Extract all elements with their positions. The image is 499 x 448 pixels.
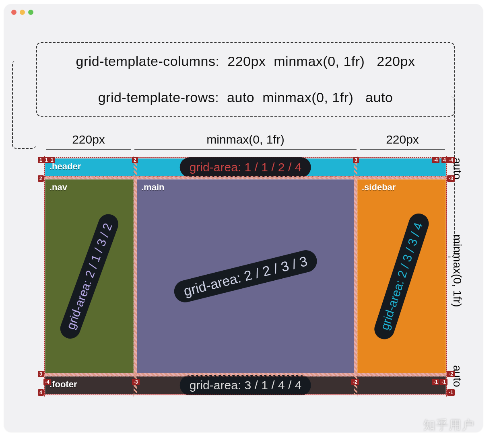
row-line-2: 2: [38, 175, 44, 182]
row-line-r3: -2: [447, 371, 455, 377]
area-label: .footer: [49, 379, 77, 389]
grid-area-pill-main: grid-area: 2 / 2 / 3 / 3: [172, 248, 319, 304]
col-line-1b: 1: [49, 157, 55, 163]
row-line-r1: -4: [447, 157, 455, 163]
area-label: .nav: [49, 182, 67, 192]
col-line-b4: -1: [432, 379, 439, 385]
zoom-icon[interactable]: [28, 10, 33, 15]
row-label-column: auto minmax(0, 1fr) auto: [447, 158, 464, 384]
row-label-2: minmax(0, 1fr): [447, 176, 464, 365]
grid-area-nav: .nav grid-area: 2 / 1 / 3 / 2: [45, 179, 134, 373]
grid-template-declaration: grid-template-columns: 220px minmax(0, 1…: [36, 42, 455, 117]
col-line-3: 3: [353, 157, 359, 163]
col-line-1: 1: [43, 157, 49, 163]
col-label-1: 220px: [44, 133, 133, 146]
minimize-icon[interactable]: [20, 10, 25, 15]
col-line-b1: -4: [43, 379, 51, 385]
app-window: grid-template-columns: 220px minmax(0, 1…: [4, 4, 483, 432]
column-label-row: 220px minmax(0, 1fr) 220px: [44, 133, 447, 146]
grid-area-pill-sidebar: grid-area: 2 / 3 / 3 / 4: [372, 211, 431, 342]
window-titlebar: [4, 4, 483, 20]
grid-area-sidebar: .sidebar grid-area: 2 / 3 / 3 / 4: [357, 179, 446, 373]
grid-template-rows-text: grid-template-rows: auto minmax(0, 1fr) …: [98, 90, 393, 105]
col-line-b3: -2: [351, 379, 359, 385]
grid-area-pill-footer: grid-area: 3 / 1 / 4 / 4: [180, 375, 311, 395]
row-line-3: 3: [38, 371, 44, 377]
area-label: .main: [141, 182, 164, 192]
col-line-b5: -1: [440, 379, 447, 385]
row-line-r2: -3: [447, 175, 455, 182]
row-line-4: 4: [38, 389, 44, 396]
col-line-2: 2: [132, 157, 138, 163]
col-line-neg4: -4: [432, 157, 439, 163]
grid-area-header: .header grid-area: 1 / 1 / 2 / 4: [45, 158, 446, 176]
close-icon[interactable]: [11, 10, 16, 15]
area-label: .sidebar: [362, 182, 396, 192]
grid-template-columns-text: grid-template-columns: 220px minmax(0, 1…: [76, 53, 415, 69]
row-line-1: 1: [38, 157, 44, 163]
grid-area-main: .main grid-area: 2 / 2 / 3 / 3: [137, 179, 354, 373]
col-line-b2: -3: [132, 379, 140, 385]
grid-area-pill-nav: grid-area: 2 / 1 / 3 / 2: [58, 211, 122, 341]
col-line-4: 4: [441, 157, 447, 163]
col-label-2: minmax(0, 1fr): [133, 133, 358, 146]
col-label-3: 220px: [358, 133, 447, 146]
grid-demo: .header grid-area: 1 / 1 / 2 / 4 .nav gr…: [44, 158, 447, 395]
row-line-r4: -1: [447, 389, 455, 396]
connector-columns: [12, 60, 36, 149]
watermark-text: 知乎用户: [423, 417, 475, 434]
grid-area-pill-header: grid-area: 1 / 1 / 2 / 4: [180, 157, 311, 177]
grid-area-footer: .footer grid-area: 3 / 1 / 4 / 4: [45, 376, 446, 394]
